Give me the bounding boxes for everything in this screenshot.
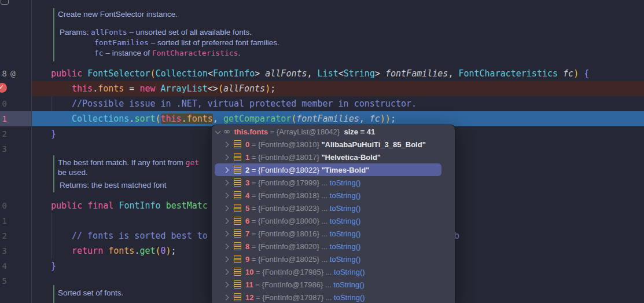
code-token: FontSelector: [87, 68, 150, 79]
variable-row[interactable]: 6 = {FontInfo@18000} ... toString(): [212, 214, 455, 227]
chevron-right-icon[interactable]: [223, 192, 229, 198]
line-number[interactable]: 2: [0, 126, 7, 141]
tostring-link[interactable]: toString(): [330, 178, 360, 187]
tostring-link[interactable]: toString(): [333, 280, 364, 289]
element-index: 11: [245, 280, 253, 289]
code-token: FontInfo: [213, 68, 255, 79]
variable-row[interactable]: 5 = {FontInfo@18023} ... toString(): [212, 202, 455, 214]
code-token: sort: [134, 114, 155, 124]
variable-row[interactable]: 8 = {FontInfo@18020} ... toString(): [212, 240, 455, 253]
variable-row[interactable]: 3 = {FontInfo@17999} ... toString(): [212, 176, 455, 189]
chevron-right-icon[interactable]: [223, 205, 229, 211]
variable-row[interactable]: 1 = {FontInfo@18017} "Helvetica-Bold": [212, 151, 455, 163]
variable-row[interactable]: 2 = {FontInfo@18022} "Times-Bold": [215, 163, 441, 176]
code-line[interactable]: this.fonts = new ArrayList<>(allFonts);: [72, 81, 275, 96]
code-line[interactable]: }: [51, 126, 56, 141]
code-token: this: [161, 114, 182, 124]
tostring-link[interactable]: toString(): [330, 217, 360, 225]
chevron-down-icon[interactable]: [215, 128, 221, 134]
code-line[interactable]: return fonts.get(0);: [72, 243, 176, 258]
variable-row[interactable]: 10 = {FontInfo@17985} ... toString(): [212, 265, 455, 278]
doc-text: – sorted list of preferred font families…: [149, 38, 279, 47]
doc-comment-line: fc – instance of FontCharacteristics.: [94, 48, 240, 59]
code-token: ;: [171, 246, 176, 256]
code-token: FontInfo: [119, 200, 160, 211]
element-index: 9: [245, 255, 249, 264]
chevron-right-icon[interactable]: [223, 282, 229, 287]
chevron-right-icon[interactable]: [223, 231, 229, 236]
ellipsis: ...: [326, 293, 334, 302]
line-number[interactable]: 4: [0, 258, 7, 273]
element-index: 3: [245, 178, 249, 187]
chevron-right-icon[interactable]: [223, 141, 229, 147]
tostring-link[interactable]: toString(): [330, 204, 360, 213]
line-number[interactable]: 5: [0, 273, 7, 289]
code-token: List: [318, 68, 338, 79]
code-line[interactable]: public FontSelector(Collection<FontInfo>…: [51, 66, 589, 81]
variable-row[interactable]: 0 = {FontInfo@18010} "AlibabaPuHuiTi_3_8…: [212, 138, 455, 151]
tostring-link[interactable]: toString(): [330, 191, 360, 200]
array-element-icon: [234, 280, 241, 289]
array-element-icon: [234, 140, 241, 148]
code-token: Collections: [72, 114, 129, 124]
tostring-link[interactable]: toString(): [334, 293, 365, 302]
code-token: allFonts: [265, 68, 307, 79]
line-number[interactable]: 8: [0, 66, 7, 81]
code-line[interactable]: // fonts is sorted best to: [72, 228, 208, 243]
element-value: "Times-Bold": [321, 166, 369, 174]
array-element-icon: [234, 217, 241, 225]
variable-name: this.fonts: [234, 127, 268, 136]
code-token: [82, 68, 87, 79]
code-token: fc: [563, 68, 573, 79]
variable-row[interactable]: 9 = {FontInfo@18025} ... toString(): [212, 253, 455, 265]
variable-row[interactable]: 7 = {FontInfo@18016} ... toString(): [212, 227, 455, 240]
doc-comment-line: The best font match. If any font from ge…: [58, 158, 199, 168]
code-token: public: [51, 200, 82, 211]
code-token: ): [166, 246, 171, 256]
code-token: ;: [270, 83, 275, 94]
infinity-icon: ∞: [223, 127, 231, 136]
line-number[interactable]: 1: [0, 213, 7, 228]
code-token: ,: [448, 68, 458, 79]
object-reference: = {FontInfo@17985}: [253, 268, 325, 276]
chevron-right-icon[interactable]: [223, 167, 229, 173]
line-number[interactable]: 1: [0, 111, 7, 126]
code-token: bestMatc: [166, 200, 208, 211]
code-token: ,: [307, 68, 318, 79]
chevron-right-icon[interactable]: [223, 294, 229, 300]
line-number[interactable]: 3: [0, 243, 7, 258]
variables-popup-header[interactable]: ∞ this.fonts = {ArrayList@18042} size = …: [212, 125, 455, 138]
line-number[interactable]: 0: [0, 198, 7, 213]
chevron-right-icon[interactable]: [223, 218, 229, 224]
element-index: 5: [245, 204, 249, 213]
chevron-right-icon[interactable]: [223, 180, 229, 185]
annotation-gutter-icon[interactable]: @: [10, 66, 16, 81]
line-number[interactable]: 2: [0, 228, 7, 243]
chevron-right-icon[interactable]: [223, 154, 229, 160]
ellipsis: ...: [321, 242, 329, 251]
variable-row[interactable]: 11 = {FontInfo@17986} ... toString(): [212, 278, 455, 291]
code-token: // fonts is sorted best to: [72, 231, 208, 241]
code-line[interactable]: }: [51, 258, 56, 273]
chevron-right-icon[interactable]: [223, 269, 229, 275]
tostring-link[interactable]: toString(): [330, 242, 360, 251]
variable-row[interactable]: 12 = {FontInfo@17987} ... toString(): [212, 291, 455, 303]
variable-row[interactable]: 4 = {FontInfo@18018} ... toString(): [212, 189, 455, 202]
code-line[interactable]: //Possible issue in .NET, virtual protec…: [72, 96, 417, 111]
tostring-link[interactable]: toString(): [330, 229, 360, 238]
tostring-link[interactable]: toString(): [334, 268, 365, 276]
code-line[interactable]: public final FontInfo bestMatc: [51, 198, 208, 213]
code-token: (: [156, 246, 161, 256]
breakpoint-icon[interactable]: [0, 83, 7, 93]
code-token: Collection: [156, 68, 208, 79]
header-eq: =: [270, 127, 275, 136]
chevron-right-icon[interactable]: [223, 256, 229, 262]
line-number[interactable]: 3: [0, 141, 7, 156]
object-reference: = {FontInfo@17987}: [253, 293, 325, 302]
tostring-link[interactable]: toString(): [330, 255, 360, 264]
code-token: <: [338, 68, 344, 79]
chevron-right-icon[interactable]: [223, 243, 229, 249]
evaluated-expression-highlight[interactable]: this.fonts: [161, 114, 213, 124]
object-reference: = {FontInfo@18000}: [249, 217, 321, 225]
line-number[interactable]: 0: [0, 96, 7, 111]
